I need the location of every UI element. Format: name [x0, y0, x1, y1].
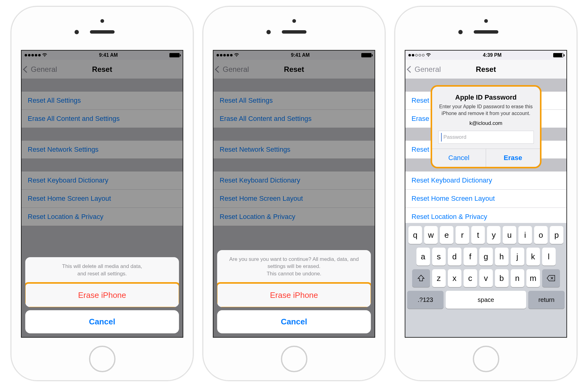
reset-group-3: Reset Keyboard Dictionary Reset Home Scr…: [22, 171, 183, 226]
reset-group-1: Reset All Settings Erase All Content and…: [213, 91, 375, 128]
reset-home-screen[interactable]: Reset Home Screen Layout: [405, 190, 566, 208]
status-time: 4:39 PM: [483, 52, 501, 58]
sheet-message: Are you sure you want to continue? All m…: [217, 250, 371, 283]
key-b[interactable]: b: [495, 269, 509, 287]
action-sheet-block: This will delete all media and data,and …: [25, 257, 179, 307]
reset-home-screen[interactable]: Reset Home Screen Layout: [22, 190, 183, 208]
key-e[interactable]: e: [440, 226, 453, 244]
password-input[interactable]: Password: [438, 131, 534, 144]
home-button[interactable]: [473, 346, 499, 372]
action-sheet-block: Are you sure you want to continue? All m…: [217, 250, 371, 307]
sensor: [484, 19, 488, 23]
key-space[interactable]: space: [446, 291, 526, 309]
key-return[interactable]: return: [528, 291, 565, 309]
action-sheet: This will delete all media and data,and …: [25, 257, 179, 333]
camera: [458, 30, 463, 34]
key-g[interactable]: g: [479, 248, 493, 266]
key-numbers[interactable]: .?123: [407, 291, 444, 309]
alert-email: k@icloud.com: [432, 120, 540, 131]
key-u[interactable]: u: [503, 226, 516, 244]
erase-iphone-button[interactable]: Erase iPhone: [217, 282, 371, 307]
key-k[interactable]: k: [526, 248, 540, 266]
screen: 4:39 PM General Reset Reset All Settings…: [405, 50, 567, 338]
sensor: [292, 19, 296, 23]
key-r[interactable]: r: [456, 226, 469, 244]
speaker: [474, 30, 498, 34]
action-sheet: Are you sure you want to continue? All m…: [217, 250, 371, 333]
screen: 9:41 AM General Reset Reset All Settings…: [21, 50, 183, 338]
speaker: [90, 30, 115, 34]
reset-keyboard[interactable]: Reset Keyboard Dictionary: [213, 171, 375, 190]
apple-id-alert: Apple ID Password Enter your Apple ID pa…: [431, 85, 541, 168]
key-h[interactable]: h: [495, 248, 509, 266]
key-t[interactable]: t: [471, 226, 485, 244]
reset-all-settings[interactable]: Reset All Settings: [22, 92, 183, 110]
key-m[interactable]: m: [526, 269, 540, 287]
status-bar: 4:39 PM: [405, 51, 566, 60]
wifi-icon: [42, 53, 47, 58]
erase-all-content[interactable]: Erase All Content and Settings: [213, 110, 375, 128]
signal-dots: [25, 54, 41, 56]
key-l[interactable]: l: [542, 248, 556, 266]
cancel-button[interactable]: Cancel: [217, 310, 371, 333]
key-v[interactable]: v: [479, 269, 493, 287]
reset-group-2: Reset Network Settings: [213, 140, 375, 159]
nav-title: Reset: [405, 65, 566, 74]
key-i[interactable]: i: [518, 226, 532, 244]
reset-home-screen[interactable]: Reset Home Screen Layout: [213, 190, 375, 208]
key-q[interactable]: q: [408, 226, 422, 244]
key-z[interactable]: z: [432, 269, 446, 287]
reset-location[interactable]: Reset Location & Privacy: [22, 208, 183, 226]
key-backspace[interactable]: [542, 269, 560, 287]
key-n[interactable]: n: [511, 269, 524, 287]
status-time: 9:41 AM: [99, 52, 118, 58]
camera: [75, 30, 79, 34]
nav-bar: General Reset: [213, 60, 375, 79]
battery-icon: [361, 53, 371, 57]
battery-icon: [553, 53, 563, 57]
phone-3: 4:39 PM General Reset Reset All Settings…: [395, 6, 577, 381]
reset-group-1: Reset All Settings Erase All Content and…: [22, 91, 183, 128]
reset-network[interactable]: Reset Network Settings: [22, 141, 183, 159]
reset-group-3: Reset Keyboard Dictionary Reset Home Scr…: [405, 171, 566, 226]
home-button[interactable]: [281, 346, 307, 372]
key-f[interactable]: f: [464, 248, 477, 266]
status-time: 9:41 AM: [291, 52, 310, 58]
key-o[interactable]: o: [534, 226, 548, 244]
alert-erase-button[interactable]: Erase: [486, 149, 540, 167]
key-p[interactable]: p: [550, 226, 563, 244]
reset-all-settings[interactable]: Reset All Settings: [213, 92, 375, 110]
wifi-icon: [234, 53, 239, 58]
key-shift[interactable]: [412, 269, 430, 287]
key-s[interactable]: s: [432, 248, 446, 266]
key-c[interactable]: c: [464, 269, 477, 287]
battery-icon: [169, 53, 180, 57]
key-y[interactable]: y: [487, 226, 501, 244]
alert-title: Apple ID Password: [432, 87, 540, 103]
key-a[interactable]: a: [416, 248, 430, 266]
erase-iphone-button[interactable]: Erase iPhone: [25, 282, 179, 307]
reset-location[interactable]: Reset Location & Privacy: [213, 208, 375, 226]
cancel-button[interactable]: Cancel: [25, 310, 179, 333]
reset-network[interactable]: Reset Network Settings: [213, 141, 375, 159]
camera: [266, 30, 271, 34]
reset-group-3: Reset Keyboard Dictionary Reset Home Scr…: [213, 171, 375, 226]
key-w[interactable]: w: [424, 226, 438, 244]
nav-bar: General Reset: [22, 60, 183, 79]
sensor: [100, 19, 104, 23]
home-button[interactable]: [89, 346, 116, 372]
speaker: [282, 30, 306, 34]
signal-dots: [408, 54, 424, 56]
phone-1: 9:41 AM General Reset Reset All Settings…: [11, 6, 193, 381]
wifi-icon: [426, 53, 431, 58]
reset-keyboard[interactable]: Reset Keyboard Dictionary: [405, 171, 566, 190]
nav-title: Reset: [22, 65, 183, 74]
key-j[interactable]: j: [511, 248, 524, 266]
reset-keyboard[interactable]: Reset Keyboard Dictionary: [22, 171, 183, 190]
status-bar: 9:41 AM: [22, 51, 183, 60]
key-x[interactable]: x: [448, 269, 461, 287]
erase-all-content[interactable]: Erase All Content and Settings: [22, 110, 183, 128]
nav-title: Reset: [213, 65, 375, 74]
key-d[interactable]: d: [448, 248, 461, 266]
alert-cancel-button[interactable]: Cancel: [432, 149, 486, 167]
